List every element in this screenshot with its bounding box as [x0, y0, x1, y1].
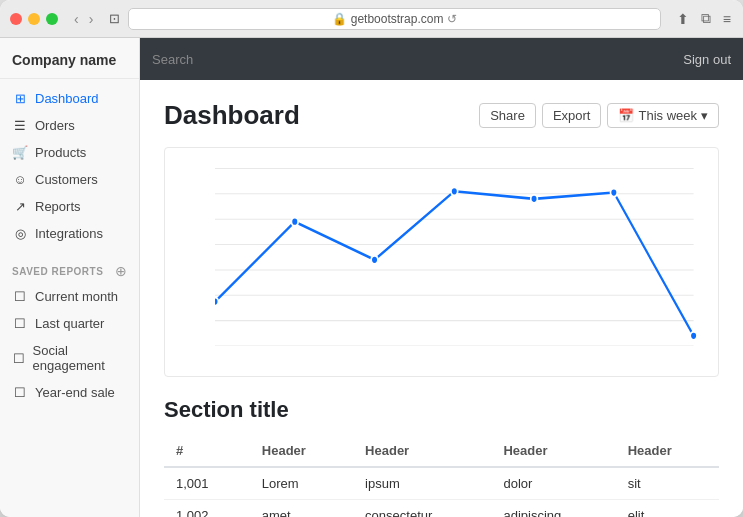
table-cell: amet: [250, 500, 353, 518]
titlebar-actions: ⬆ ⧉ ≡: [675, 10, 733, 27]
integrations-icon: ◎: [12, 226, 28, 241]
reports-icon: ↗: [12, 199, 28, 214]
url-text: getbootstrap.com: [351, 12, 444, 26]
minimize-button[interactable]: [28, 13, 40, 25]
saved-reports-section: SAVED REPORTS ⊕: [0, 253, 139, 283]
line-chart: 12,00014,00016,00018,00020,00022,00024,0…: [215, 158, 702, 346]
products-icon: 🛒: [12, 145, 28, 160]
period-label: This week: [638, 108, 697, 123]
table-col-header: Header: [353, 435, 491, 467]
company-name: Company name: [0, 38, 139, 79]
sidebar-toggle-button[interactable]: ≡: [721, 10, 733, 27]
titlebar: ‹ › ⊡ 🔒 getbootstrap.com ↺ ⬆ ⧉ ≡: [0, 0, 743, 38]
saved-report-current-month[interactable]: ☐Current month: [0, 283, 139, 310]
sidebar: Company name ⊞Dashboard☰Orders🛒Products☺…: [0, 38, 140, 517]
reader-button[interactable]: ⊡: [109, 11, 120, 26]
table-col-header: Header: [616, 435, 719, 467]
share-titlebar-button[interactable]: ⬆: [675, 10, 691, 27]
section-title: Section title: [164, 397, 719, 423]
saved-report-social-engagement[interactable]: ☐Social engagement: [0, 337, 139, 379]
new-tab-button[interactable]: ⧉: [699, 10, 713, 27]
content-area: Dashboard Share Export 📅 This week ▾: [140, 80, 743, 517]
svg-point-23: [215, 297, 218, 305]
report-file-icon: ☐: [12, 385, 28, 400]
saved-report-year-end-sale[interactable]: ☐Year-end sale: [0, 379, 139, 406]
saved-report-label: Social engagement: [33, 343, 127, 373]
saved-report-label: Last quarter: [35, 316, 104, 331]
saved-report-last-quarter[interactable]: ☐Last quarter: [0, 310, 139, 337]
reload-button[interactable]: ↺: [447, 12, 457, 26]
report-file-icon: ☐: [12, 351, 26, 366]
table-col-header: #: [164, 435, 250, 467]
table-col-header: Header: [250, 435, 353, 467]
table-cell: dolor: [491, 467, 615, 500]
sidebar-item-label-customers: Customers: [35, 172, 98, 187]
close-button[interactable]: [10, 13, 22, 25]
svg-point-28: [610, 188, 617, 196]
add-saved-report-button[interactable]: ⊕: [115, 263, 127, 279]
table-row: 1,002ametconsecteturadipiscingelit: [164, 500, 719, 518]
svg-point-25: [371, 256, 378, 264]
table-col-header: Header: [491, 435, 615, 467]
chevron-down-icon: ▾: [701, 108, 708, 123]
sidebar-item-label-integrations: Integrations: [35, 226, 103, 241]
table-cell: 1,001: [164, 467, 250, 500]
report-file-icon: ☐: [12, 316, 28, 331]
app-layout: Company name ⊞Dashboard☰Orders🛒Products☺…: [0, 38, 743, 517]
sidebar-item-dashboard[interactable]: ⊞Dashboard: [0, 85, 139, 112]
svg-point-24: [291, 218, 298, 226]
back-button[interactable]: ‹: [70, 9, 83, 29]
saved-reports-label: SAVED REPORTS: [12, 266, 103, 277]
content-header: Dashboard Share Export 📅 This week ▾: [164, 100, 719, 131]
table-cell: 1,002: [164, 500, 250, 518]
svg-point-26: [451, 187, 458, 195]
search-input[interactable]: [152, 52, 683, 67]
header-actions: Share Export 📅 This week ▾: [479, 103, 719, 128]
orders-icon: ☰: [12, 118, 28, 133]
table-cell: adipiscing: [491, 500, 615, 518]
svg-point-29: [690, 332, 697, 340]
saved-report-label: Year-end sale: [35, 385, 115, 400]
customers-icon: ☺: [12, 172, 28, 187]
lock-icon: 🔒: [332, 12, 347, 26]
sidebar-item-reports[interactable]: ↗Reports: [0, 193, 139, 220]
sidebar-item-label-products: Products: [35, 145, 86, 160]
browser-window: ‹ › ⊡ 🔒 getbootstrap.com ↺ ⬆ ⧉ ≡ Company…: [0, 0, 743, 517]
sidebar-item-label-dashboard: Dashboard: [35, 91, 99, 106]
forward-button[interactable]: ›: [85, 9, 98, 29]
period-selector[interactable]: 📅 This week ▾: [607, 103, 719, 128]
saved-reports-list: ☐Current month☐Last quarter☐Social engag…: [0, 283, 139, 406]
sign-out-button[interactable]: Sign out: [683, 52, 731, 67]
main-nav: ⊞Dashboard☰Orders🛒Products☺Customers↗Rep…: [0, 79, 139, 253]
main-area: Sign out Dashboard Share Export 📅 This w…: [140, 38, 743, 517]
sidebar-item-orders[interactable]: ☰Orders: [0, 112, 139, 139]
sidebar-item-integrations[interactable]: ◎Integrations: [0, 220, 139, 247]
table-cell: elit: [616, 500, 719, 518]
url-bar[interactable]: 🔒 getbootstrap.com ↺: [128, 8, 660, 30]
data-table: #HeaderHeaderHeaderHeader 1,001Loremipsu…: [164, 435, 719, 517]
sidebar-item-products[interactable]: 🛒Products: [0, 139, 139, 166]
export-button[interactable]: Export: [542, 103, 602, 128]
table-row: 1,001Loremipsumdolorsit: [164, 467, 719, 500]
dashboard-icon: ⊞: [12, 91, 28, 106]
table-cell: sit: [616, 467, 719, 500]
table-cell: ipsum: [353, 467, 491, 500]
sidebar-item-label-reports: Reports: [35, 199, 81, 214]
table-cell: consectetur: [353, 500, 491, 518]
topbar: Sign out: [140, 38, 743, 80]
share-button[interactable]: Share: [479, 103, 536, 128]
chart-container: 12,00014,00016,00018,00020,00022,00024,0…: [164, 147, 719, 377]
sidebar-item-label-orders: Orders: [35, 118, 75, 133]
traffic-lights: [10, 13, 58, 25]
svg-point-27: [531, 195, 538, 203]
maximize-button[interactable]: [46, 13, 58, 25]
calendar-icon: 📅: [618, 108, 634, 123]
report-file-icon: ☐: [12, 289, 28, 304]
page-title: Dashboard: [164, 100, 300, 131]
table-cell: Lorem: [250, 467, 353, 500]
saved-report-label: Current month: [35, 289, 118, 304]
sidebar-item-customers[interactable]: ☺Customers: [0, 166, 139, 193]
